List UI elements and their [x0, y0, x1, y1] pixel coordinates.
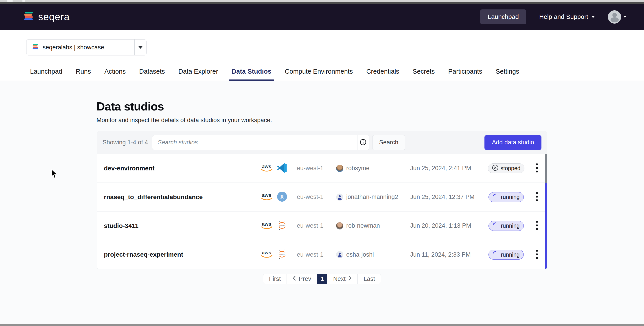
page-title: Data studios	[96, 81, 644, 112]
row-menu-button[interactable]	[533, 248, 541, 261]
page-subtitle: Monitor and inspect the details of data …	[96, 117, 644, 124]
table-row: studio-3411 aws jupyter eu-west-1 rob-ne…	[97, 211, 547, 240]
pagination-first[interactable]: First	[263, 274, 287, 284]
region-label: eu-west-1	[297, 251, 336, 258]
row-menu-button[interactable]	[533, 190, 541, 204]
created-date: Jun 20, 2024, 1:13 PM	[410, 222, 485, 229]
workspace-caret-button[interactable]	[134, 40, 146, 55]
caret-down-icon	[591, 16, 595, 18]
rstudio-icon: R	[277, 191, 287, 203]
add-data-studio-button[interactable]: Add data studio	[484, 135, 542, 150]
aws-icon: aws	[260, 163, 274, 174]
tab-data-studios[interactable]: Data Studios	[229, 68, 274, 81]
jupyter-icon: jupyter	[277, 220, 287, 231]
tab-credentials[interactable]: Credentials	[364, 68, 402, 81]
status-badge: running	[488, 250, 524, 259]
region-label: eu-west-1	[297, 222, 336, 229]
running-spinner-icon	[492, 193, 499, 201]
aws-icon: aws	[260, 192, 274, 202]
environment-icons: aws jupyter	[260, 249, 297, 260]
search-input[interactable]	[152, 135, 357, 150]
pagination-current-page[interactable]: 1	[317, 274, 328, 284]
tab-secrets[interactable]: Secrets	[410, 68, 437, 81]
user-name: jonathan-manning2	[346, 194, 398, 200]
row-status-strip	[545, 211, 547, 240]
user-name: rob-newman	[346, 222, 380, 229]
workspace-name: seqeralabs | showcase	[43, 44, 104, 51]
results-count: Showing 1-4 of 4	[102, 139, 148, 146]
svg-text:jupyter: jupyter	[279, 253, 285, 255]
user-menu[interactable]	[608, 10, 626, 24]
svg-text:aws: aws	[262, 192, 271, 198]
tab-datasets[interactable]: Datasets	[136, 68, 168, 81]
jupyter-icon: jupyter	[277, 249, 287, 260]
row-menu-button[interactable]	[533, 219, 541, 232]
studio-name-link[interactable]: dev-environment	[104, 165, 260, 172]
user-name: robsyme	[346, 165, 370, 172]
tab-launchpad[interactable]: Launchpad	[28, 68, 65, 81]
launchpad-button[interactable]: Launchpad	[480, 10, 526, 24]
running-spinner-icon	[492, 251, 499, 258]
browser-chrome-bar	[0, 2, 644, 4]
running-spinner-icon	[492, 222, 499, 230]
status-badge: running	[488, 221, 524, 231]
created-date: Jun 25, 2024, 12:37 PM	[410, 194, 485, 200]
tab-settings[interactable]: Settings	[493, 68, 522, 81]
seqera-logo-icon	[24, 12, 34, 22]
user-avatar	[608, 10, 621, 24]
browser-tab-hint	[8, 0, 12, 2]
help-and-support-menu[interactable]: Help and Support	[539, 13, 595, 21]
workspace-selector[interactable]: seqeralabs | showcase	[26, 39, 146, 56]
user-avatar	[336, 194, 343, 201]
pagination-next-label: Next	[333, 275, 346, 282]
browser-tab-hint	[22, 0, 25, 2]
pagination-next[interactable]: Next	[328, 274, 358, 284]
user-cell: rob-newman	[336, 222, 410, 229]
search-input-group	[152, 135, 369, 150]
user-avatar	[336, 251, 343, 258]
tab-runs[interactable]: Runs	[73, 68, 94, 81]
tab-actions[interactable]: Actions	[102, 68, 128, 81]
row-status-strip	[545, 183, 547, 211]
svg-text:aws: aws	[262, 221, 271, 226]
kebab-menu-icon	[536, 228, 538, 231]
created-date: Jun 25, 2024, 2:41 PM	[410, 165, 485, 172]
user-cell: robsyme	[336, 165, 410, 172]
region-label: eu-west-1	[297, 194, 336, 200]
caret-down-icon	[623, 16, 626, 18]
chevron-left-icon	[292, 275, 296, 282]
kebab-menu-icon	[536, 170, 538, 174]
tab-compute-environments[interactable]: Compute Environments	[282, 68, 356, 81]
browser-chrome-top	[0, 0, 644, 2]
svg-text:aws: aws	[262, 250, 271, 255]
chevron-right-icon	[348, 275, 352, 282]
table-row: project-rnaseq-experiment aws jupyter eu…	[97, 240, 547, 269]
region-label: eu-west-1	[297, 165, 336, 172]
table-row: rnaseq_to_differentialabundance aws R eu…	[97, 183, 547, 211]
user-avatar	[336, 222, 343, 229]
row-menu-button[interactable]	[533, 162, 541, 175]
studio-name-link[interactable]: studio-3411	[104, 222, 260, 229]
stopped-circle-x-icon	[492, 164, 498, 172]
search-info-button[interactable]	[357, 135, 369, 150]
caret-down-icon	[138, 46, 143, 49]
seqera-brand-link[interactable]: seqera	[24, 11, 70, 23]
tab-participants[interactable]: Participants	[446, 68, 485, 81]
user-name: esha-joshi	[346, 251, 374, 258]
aws-icon: aws	[260, 249, 274, 260]
status-cell: running	[485, 192, 527, 202]
user-cell: esha-joshi	[336, 251, 410, 258]
status-badge: running	[488, 192, 524, 202]
studios-panel: Showing 1-4 of 4 Search Add data studio	[97, 131, 547, 269]
search-button[interactable]: Search	[372, 135, 406, 150]
environment-icons: aws jupyter	[260, 220, 297, 231]
studio-name-link[interactable]: rnaseq_to_differentialabundance	[104, 194, 260, 201]
pagination-prev[interactable]: Prev	[287, 274, 317, 284]
tab-data-explorer[interactable]: Data Explorer	[176, 68, 221, 81]
svg-text:aws: aws	[262, 163, 271, 169]
aws-icon: aws	[260, 220, 274, 231]
window-bottom-bar	[0, 324, 644, 326]
studio-name-link[interactable]: project-rnaseq-experiment	[104, 251, 260, 258]
pagination-last[interactable]: Last	[358, 274, 381, 284]
main-content: Data studios Monitor and inspect the det…	[0, 81, 644, 325]
